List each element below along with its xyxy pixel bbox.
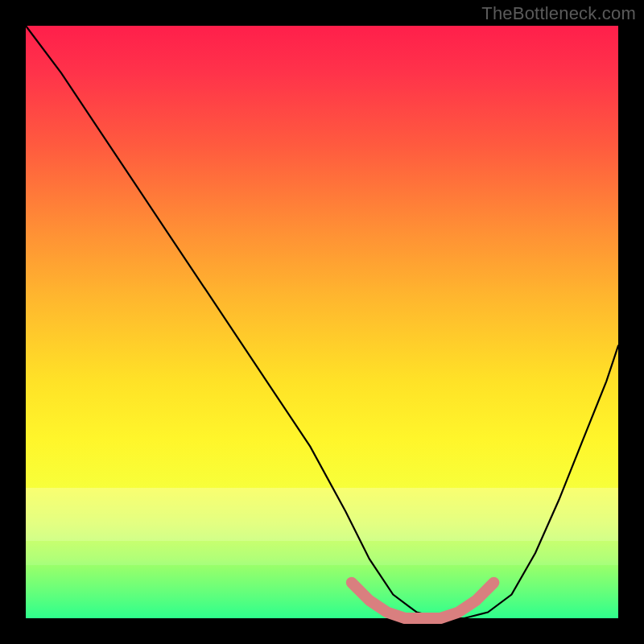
chart-frame: TheBottleneck.com (0, 0, 644, 644)
plot-area (26, 26, 618, 618)
bottom-highlight-path (352, 583, 494, 618)
bottleneck-curve-path (26, 26, 618, 618)
watermark-text: TheBottleneck.com (481, 3, 636, 24)
chart-svg (26, 26, 618, 618)
